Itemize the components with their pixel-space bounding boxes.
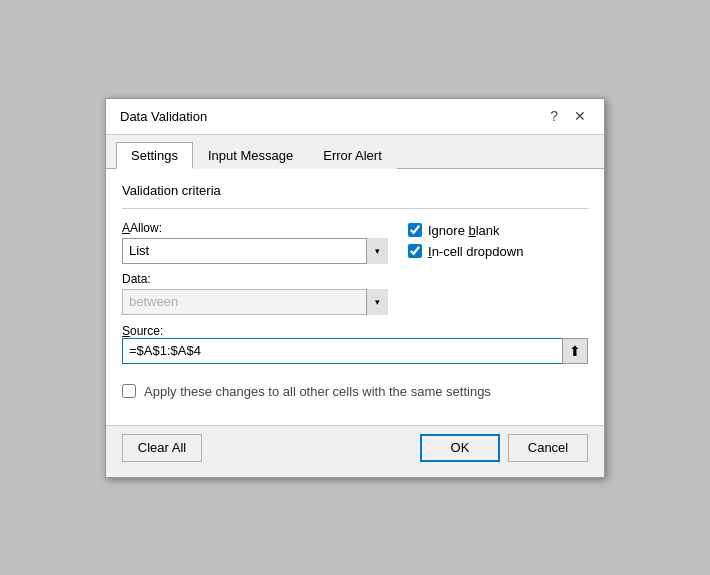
data-select-wrapper: between not between equal to not equal t…	[122, 289, 388, 315]
data-right-spacer	[408, 272, 588, 274]
ignore-blank-label[interactable]: Ignore blank	[428, 223, 500, 238]
allow-select[interactable]: Any value Whole number Decimal List Date…	[122, 238, 388, 264]
data-row: Data: between not between equal to not e…	[122, 272, 588, 315]
apply-row: Apply these changes to all other cells w…	[122, 384, 588, 399]
tab-error-alert[interactable]: Error Alert	[308, 142, 397, 169]
source-collapse-button[interactable]: ⬆	[562, 338, 588, 364]
footer-right-buttons: OK Cancel	[420, 434, 588, 462]
cancel-button[interactable]: Cancel	[508, 434, 588, 462]
ok-button[interactable]: OK	[420, 434, 500, 462]
ignore-blank-row: Ignore blank	[408, 223, 588, 238]
clear-all-button[interactable]: Clear All	[122, 434, 202, 462]
apply-all-label[interactable]: Apply these changes to all other cells w…	[144, 384, 491, 399]
ignore-blank-checkbox[interactable]	[408, 223, 422, 237]
data-col: Data: between not between equal to not e…	[122, 272, 388, 315]
checkboxes-col: Ignore blank In-cell dropdown	[408, 221, 588, 259]
title-bar: Data Validation ? ✕	[106, 99, 604, 135]
tab-bar: Settings Input Message Error Alert	[106, 135, 604, 169]
in-cell-dropdown-row: In-cell dropdown	[408, 244, 588, 259]
source-input[interactable]	[122, 338, 562, 364]
allow-label: AAllow:	[122, 221, 388, 235]
data-label: Data:	[122, 272, 388, 286]
source-row: Source: ⬆	[122, 323, 588, 364]
dialog-title: Data Validation	[120, 109, 207, 124]
close-button[interactable]: ✕	[568, 107, 592, 125]
source-label: Source:	[122, 324, 163, 338]
source-input-wrapper: ⬆	[122, 338, 588, 364]
allow-row: AAllow: Any value Whole number Decimal L…	[122, 221, 588, 264]
dialog-footer: Clear All OK Cancel	[106, 425, 604, 472]
title-bar-controls: ? ✕	[544, 107, 592, 125]
section-divider	[122, 208, 588, 209]
data-select[interactable]: between not between equal to not equal t…	[122, 289, 388, 315]
help-button[interactable]: ?	[544, 107, 564, 125]
in-cell-dropdown-checkbox[interactable]	[408, 244, 422, 258]
allow-col: AAllow: Any value Whole number Decimal L…	[122, 221, 388, 264]
tab-input-message[interactable]: Input Message	[193, 142, 308, 169]
allow-select-wrapper: Any value Whole number Decimal List Date…	[122, 238, 388, 264]
dialog-body: Validation criteria AAllow: Any value Wh…	[106, 169, 604, 425]
section-title: Validation criteria	[122, 183, 588, 198]
in-cell-dropdown-label[interactable]: In-cell dropdown	[428, 244, 523, 259]
apply-all-checkbox[interactable]	[122, 384, 136, 398]
data-validation-dialog: Data Validation ? ✕ Settings Input Messa…	[105, 98, 605, 478]
tab-settings[interactable]: Settings	[116, 142, 193, 169]
